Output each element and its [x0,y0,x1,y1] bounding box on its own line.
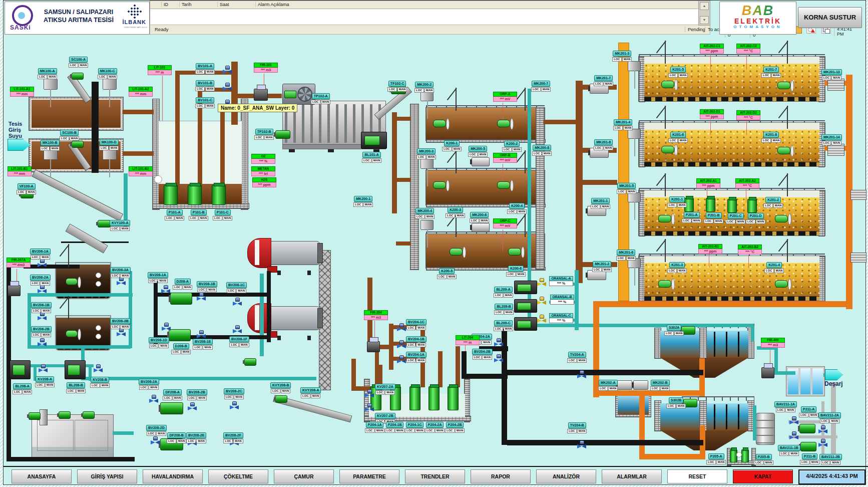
device-BV208-2D[interactable]: BV208-2DLOCMAN [146,425,167,436]
display-METAN[interactable]: METAN*** lel [251,166,275,176]
valve[interactable] [397,323,406,331]
valve[interactable] [117,277,126,285]
device-BV208-2F[interactable]: BV208-2FLOCMAN [223,432,243,443]
device-K200-4[interactable]: K200-4LOCMAN [507,203,527,214]
alarm-list[interactable]: IDTarihSaatAlarm Açıklama [150,1,699,26]
dosing-pump[interactable] [169,329,191,341]
submersible-mixer[interactable] [497,120,510,127]
device-BV101-A[interactable]: BV101-ALOCMAN [195,63,215,74]
device-KV208-B[interactable]: KV208-BLOCMAN [90,377,110,388]
device-MK200-7[interactable]: MK200-7LOCMAN [531,81,551,92]
flow-meter[interactable] [8,285,21,296]
motor[interactable] [275,130,290,139]
submersible-mixer[interactable] [777,147,790,154]
motor[interactable] [799,424,815,433]
device-K201-6[interactable]: K201-6LOCMAN [668,132,688,143]
vertical-mixer-motor[interactable] [420,159,433,169]
valve[interactable] [365,389,374,397]
device-MK201-6[interactable]: MK201-6LOCMAN [616,250,636,261]
device-P204-2A[interactable]: P204-2ALOCMAN [425,422,445,433]
device-MK100-D[interactable]: MK100-DLOCMAN [99,139,119,150]
submersible-mixer[interactable] [658,280,671,288]
submersible-mixer[interactable] [433,181,446,189]
device-BV208-1C[interactable]: BV208-1CLOCMAN [226,282,247,293]
motor[interactable] [244,358,256,366]
device-P101-C[interactable]: P101-CLOCMAN [213,209,232,220]
scroll-down-icon[interactable]: ▼ [700,16,709,24]
motor[interactable] [72,141,84,148]
dosing-pump[interactable] [170,293,192,305]
device-MK202-A[interactable]: MK202-ALOCMAN [598,380,618,391]
submersible-mixer[interactable] [508,248,521,256]
device-MK201-1[interactable]: MK201-1LOCMAN [591,198,610,209]
submersible-mixer[interactable] [658,215,671,222]
pump[interactable] [706,198,715,212]
alarm-col-2[interactable]: Saat [217,2,229,7]
pump[interactable] [741,449,749,462]
device-P211-A[interactable]: P211-ALOCMAN [799,406,818,417]
valve[interactable] [38,259,47,267]
valve[interactable] [818,425,827,433]
device-SC100-A[interactable]: SC100-ALOCMAN [69,57,88,68]
pump[interactable] [448,386,459,410]
device-BV208-1F[interactable]: BV208-1FLOCMAN [229,336,249,347]
device-K201-4[interactable]: K201-4LOCMAN [764,262,784,273]
device-K200-2[interactable]: K200-2LOCMAN [502,141,522,152]
device-BV208-2E[interactable]: BV208-2ELOCMAN [186,432,206,443]
pump[interactable] [747,199,757,213]
valve[interactable] [38,312,47,320]
device-MK200-4[interactable]: MK200-4LOCMAN [415,208,435,219]
device-K200-3[interactable]: K200-3LOCMAN [446,207,465,218]
device-BV101-C[interactable]: BV101-CLOCMAN [195,97,215,108]
valve[interactable] [188,402,197,410]
device-BV204-1C[interactable]: BV204-1CLOCMAN [406,319,426,330]
device-MK100-A[interactable]: MK100-ALOCMAN [38,68,57,79]
vertical-mixer-motor[interactable] [44,79,58,90]
motor[interactable] [29,412,41,420]
nav-alarmlar[interactable]: ALARMLAR [602,469,662,483]
submersible-mixer[interactable] [66,278,78,285]
device-P211-B[interactable]: P211-BLOCMAN [800,453,819,464]
nav--keltme[interactable]: ÇÖKELTME [208,469,268,483]
valve[interactable] [223,83,232,90]
valve[interactable] [577,370,586,378]
display-ORANSAL-C[interactable]: ORANSAL-C*** % [549,313,573,323]
device-TP102-A[interactable]: TP102-ALOCMAN [311,93,330,104]
device-BV206-3B[interactable]: BV206-3BLOCMAN [110,318,131,329]
device-P201-C[interactable]: P201-CLOCMAN [726,213,745,224]
device-BL209-C[interactable]: BL209-CLOCMAN [494,320,513,331]
valve[interactable] [197,330,206,338]
vertical-mixer-motor[interactable] [420,91,433,101]
display-H2S[interactable]: H2S*** ppm [252,177,276,187]
display-AIT-202-B1[interactable]: AIT-202-B1*** ppm [698,244,722,254]
valve[interactable] [494,354,503,362]
display-LIT-101-B1[interactable]: LIT-101-B1*** mm [8,166,32,176]
device-P101-A[interactable]: P101-ALOCMAN [165,209,184,220]
valve[interactable] [789,416,798,424]
korna-sustur-button[interactable]: KORNA SUSTUR [798,7,862,28]
submersible-mixer[interactable] [450,248,463,256]
blower[interactable] [10,360,31,379]
alarm-col-0[interactable]: ID [161,2,168,7]
device-BV206-3A[interactable]: BV206-3ALOCMAN [110,267,131,278]
valve[interactable] [789,431,798,439]
valve[interactable] [537,315,546,322]
alarm-col-3[interactable]: Alarm Açıklama [255,2,289,7]
device-MK200-5[interactable]: MK200-5LOCMAN [468,146,488,157]
device-MK200-6[interactable]: MK200-6LOCMAN [470,212,489,223]
motor[interactable] [59,411,71,419]
display-LIT-204[interactable]: LIT-204*** m [456,335,480,345]
device-D208-B[interactable]: D208-BLOCMAN [171,343,191,354]
device-BV204-1B[interactable]: BV204-1BLOCMAN [406,336,426,347]
agitator[interactable] [40,409,48,425]
device-P201-B[interactable]: P201-BLOCMAN [704,212,723,223]
valve[interactable] [161,285,170,293]
device-P204-1A[interactable]: P204-1ALOCMAN [365,422,384,433]
valve[interactable] [537,297,546,304]
device-BL208-B[interactable]: BL208-BLOCMAN [66,382,86,393]
display-ORP-A[interactable]: ORP-A*** mV [493,92,517,102]
vertical-mixer-motor[interactable] [628,192,641,202]
display-FIR-101[interactable]: FIR-101*** m3 [254,63,278,73]
device-K201-3[interactable]: K201-3LOCMAN [667,262,687,273]
display-AIT-202-A1[interactable]: AIT-202-A1*** ppm [696,178,720,188]
